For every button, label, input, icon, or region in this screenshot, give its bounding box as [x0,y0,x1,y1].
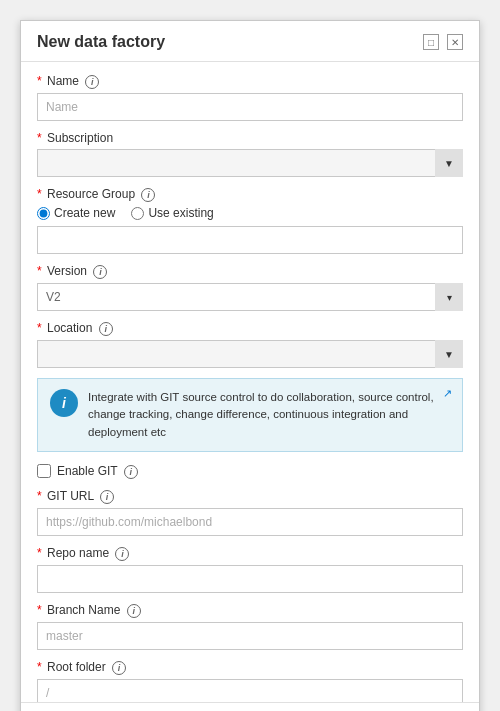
repo-name-info-icon[interactable]: i [115,547,129,561]
location-label: * Location i [37,321,463,336]
root-folder-info-icon[interactable]: i [112,661,126,675]
location-group: * Location i ▼ [37,321,463,368]
resource-group-input[interactable] [37,226,463,254]
git-external-link-icon[interactable]: ↗ [443,387,452,400]
resource-group-label: * Resource Group i [37,187,463,202]
dialog-header: New data factory □ ✕ [21,21,479,62]
branch-name-info-icon[interactable]: i [127,604,141,618]
use-existing-radio-label[interactable]: Use existing [131,206,213,220]
create-new-radio-label[interactable]: Create new [37,206,115,220]
rg-info-icon[interactable]: i [141,188,155,202]
use-existing-radio-text: Use existing [148,206,213,220]
git-info-circle-icon: i [50,389,78,417]
repo-name-required-star: * [37,546,42,560]
close-icon[interactable]: ✕ [447,34,463,50]
resource-group-radio-group: Create new Use existing [37,206,463,220]
subscription-label: * Subscription [37,131,463,145]
dialog-title: New data factory [37,33,165,51]
root-folder-input[interactable] [37,679,463,702]
git-url-label: * GIT URL i [37,489,463,504]
dialog-footer: Create Automation options [21,702,479,711]
version-group: * Version i V2 V1 ▾ [37,264,463,311]
create-new-radio-text: Create new [54,206,115,220]
subscription-required-star: * [37,131,42,145]
root-folder-group: * Root folder i [37,660,463,702]
version-select-wrapper: V2 V1 ▾ [37,283,463,311]
name-info-icon[interactable]: i [85,75,99,89]
name-label: * Name i [37,74,463,89]
repo-name-group: * Repo name i [37,546,463,593]
version-select[interactable]: V2 V1 [37,283,463,311]
enable-git-label[interactable]: Enable GIT i [57,464,138,479]
create-new-radio[interactable] [37,207,50,220]
repo-name-label: * Repo name i [37,546,463,561]
subscription-select-wrapper: ▼ [37,149,463,177]
repo-name-input[interactable] [37,565,463,593]
branch-name-label: * Branch Name i [37,603,463,618]
enable-git-checkbox[interactable] [37,464,51,478]
dialog-header-controls: □ ✕ [423,34,463,50]
enable-git-info-icon[interactable]: i [124,465,138,479]
git-url-group: * GIT URL i [37,489,463,536]
location-info-icon[interactable]: i [99,322,113,336]
branch-name-input[interactable] [37,622,463,650]
use-existing-radio[interactable] [131,207,144,220]
git-url-input[interactable] [37,508,463,536]
maximize-icon[interactable]: □ [423,34,439,50]
name-input[interactable] [37,93,463,121]
root-folder-required-star: * [37,660,42,674]
name-group: * Name i [37,74,463,121]
version-required-star: * [37,264,42,278]
location-select[interactable] [37,340,463,368]
git-info-box: i Integrate with GIT source control to d… [37,378,463,452]
subscription-group: * Subscription ▼ [37,131,463,177]
resource-group-group: * Resource Group i Create new Use existi… [37,187,463,254]
subscription-select[interactable] [37,149,463,177]
rg-required-star: * [37,187,42,201]
location-select-wrapper: ▼ [37,340,463,368]
git-info-text: Integrate with GIT source control to do … [88,389,450,441]
location-required-star: * [37,321,42,335]
root-folder-label: * Root folder i [37,660,463,675]
version-label: * Version i [37,264,463,279]
branch-name-required-star: * [37,603,42,617]
git-url-required-star: * [37,489,42,503]
version-info-icon[interactable]: i [93,265,107,279]
new-data-factory-dialog: New data factory □ ✕ * Name i * Subscrip… [20,20,480,711]
dialog-body: * Name i * Subscription ▼ [21,62,479,702]
enable-git-group: Enable GIT i [37,464,463,479]
branch-name-group: * Branch Name i [37,603,463,650]
name-required-star: * [37,74,42,88]
git-url-info-icon[interactable]: i [100,490,114,504]
